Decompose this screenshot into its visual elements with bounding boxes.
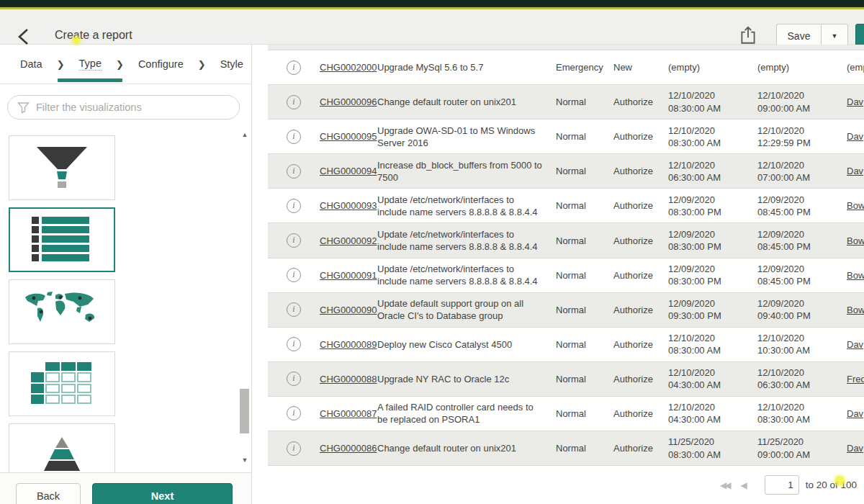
info-icon[interactable]: i	[287, 233, 301, 248]
row-assignee-link[interactable]: Bow	[847, 305, 864, 315]
filter-funnel-icon	[17, 102, 30, 114]
first-page-icon[interactable]: ◀◀	[720, 480, 729, 490]
row-assignee-link[interactable]: Fred	[847, 374, 864, 384]
change-number-link[interactable]: CHG0000088	[320, 374, 377, 384]
info-icon[interactable]: i	[287, 268, 301, 282]
pivot-table-icon	[31, 362, 93, 405]
viz-list-thumbnail[interactable]	[9, 207, 115, 272]
info-icon[interactable]: i	[287, 337, 301, 351]
row-assignee-link[interactable]: Dav	[847, 166, 864, 176]
report-type-panel: Data❯Type❯Configure❯Style	[0, 45, 252, 504]
info-icon[interactable]: i	[287, 441, 301, 456]
breadcrumb-step-style[interactable]: Style	[220, 58, 243, 70]
row-assignee-link[interactable]: Bow	[847, 200, 864, 211]
row-description: Upgrade MySql 5.6 to 5.7	[377, 61, 556, 73]
change-number-link[interactable]: CHG0000095	[320, 131, 377, 142]
row-assignee-link[interactable]: Dav	[847, 443, 864, 454]
row-start-date: 12/09/2020 08:30:00 PM	[668, 194, 757, 218]
top-dark-bar	[0, 0, 864, 7]
info-icon[interactable]: i	[287, 302, 301, 317]
row-state: Authorize	[613, 270, 668, 281]
row-priority: Normal	[556, 200, 613, 211]
breadcrumb-step-type[interactable]: Type	[79, 58, 102, 71]
row-priority: Emergency	[556, 62, 613, 73]
scroll-up-icon[interactable]: ▲	[240, 130, 250, 140]
row-state: Authorize	[613, 131, 668, 142]
change-number-link[interactable]: CHG0000089	[320, 339, 377, 350]
row-priority: Normal	[556, 443, 613, 454]
change-number-link[interactable]: CHG0000087	[320, 408, 377, 419]
visualization-list: ▲ ▼	[0, 124, 251, 472]
panel-scrollbar-thumb[interactable]	[240, 389, 249, 433]
info-icon[interactable]: i	[287, 95, 301, 109]
breadcrumb-step-configure[interactable]: Configure	[138, 58, 184, 70]
row-end-date: 12/09/2020 08:45:00 PM	[757, 263, 847, 287]
share-icon[interactable]	[739, 25, 757, 45]
list-icon	[32, 217, 92, 263]
row-state: Authorize	[613, 96, 668, 107]
row-start-date: 12/10/2020 04:30:00 AM	[668, 401, 757, 426]
row-assignee-link[interactable]: Dav	[847, 339, 864, 350]
panel-footer: Back Next	[0, 472, 251, 504]
page-title: Create a report	[55, 29, 132, 42]
row-info-cell: i	[268, 130, 320, 144]
row-description: Update /etc/network/interfaces to includ…	[377, 263, 556, 287]
info-icon[interactable]: i	[287, 372, 301, 386]
row-end-date: 12/10/2020 09:00:00 AM	[757, 89, 847, 114]
row-end-date: 12/10/2020 10:30:00 AM	[757, 332, 847, 356]
table-row: i CHG0000089 Deploy new Cisco Catalyst 4…	[268, 328, 864, 362]
change-number-link[interactable]: CHG0000090	[320, 305, 377, 315]
page-number-input[interactable]	[765, 475, 799, 495]
viz-world-map-thumbnail[interactable]	[9, 279, 115, 344]
row-description: Update /etc/network/interfaces to includ…	[377, 228, 556, 253]
row-info-cell: i	[268, 199, 320, 213]
report-table-body: i CHG0002000 Upgrade MySql 5.6 to 5.7 Em…	[268, 50, 864, 466]
row-assignee-link[interactable]: Dav	[847, 408, 864, 419]
row-info-cell: i	[268, 60, 320, 75]
row-priority: Normal	[556, 408, 613, 419]
info-icon[interactable]: i	[287, 130, 301, 144]
row-assignee-link[interactable]: Bow	[847, 270, 864, 281]
viz-pivot-table-thumbnail[interactable]	[9, 351, 115, 416]
change-number-link[interactable]: CHG0000096	[320, 96, 377, 107]
change-number-link[interactable]: CHG0000086	[320, 443, 377, 454]
change-number-link[interactable]: CHG0002000	[320, 62, 377, 73]
viz-pyramid-thumbnail[interactable]	[9, 423, 115, 472]
create-report-screen: Create a report Save ▼ Data❯Type❯Configu…	[0, 0, 864, 504]
info-icon[interactable]: i	[287, 164, 301, 179]
change-number-link[interactable]: CHG0000092	[320, 235, 377, 246]
back-icon[interactable]	[14, 27, 35, 47]
info-icon[interactable]: i	[287, 406, 301, 420]
row-number-cell: CHG0000089	[320, 339, 377, 350]
table-row: i CHG0000086 Change default router on un…	[268, 431, 864, 466]
row-info-cell: i	[268, 302, 320, 317]
row-number-cell: CHG0002000	[320, 62, 377, 73]
change-number-link[interactable]: CHG0000091	[320, 270, 377, 281]
row-priority: Normal	[556, 305, 613, 315]
viz-funnel-chart-thumbnail[interactable]	[9, 135, 115, 200]
row-assignee-link[interactable]: Bow	[847, 235, 864, 246]
info-icon[interactable]: i	[287, 199, 301, 213]
table-row: i CHG0000091 Update /etc/network/interfa…	[268, 258, 864, 293]
breadcrumb-step-data[interactable]: Data	[20, 58, 42, 70]
filter-visualizations-input[interactable]	[36, 102, 239, 113]
table-row: i CHG0000095 Upgrade OWA-SD-01 to MS Win…	[268, 120, 864, 154]
row-end-date: 12/10/2020 08:30:00 AM	[757, 401, 847, 426]
change-number-link[interactable]: CHG0000094	[320, 166, 377, 176]
pyramid-icon	[36, 436, 88, 472]
change-number-link[interactable]: CHG0000093	[320, 200, 377, 211]
previous-page-icon[interactable]: ◀	[740, 480, 747, 490]
row-end-date: 12/10/2020 07:00:00 AM	[757, 159, 847, 184]
row-assignee-link[interactable]: Dav	[847, 96, 864, 107]
row-assignee-link[interactable]: Dav	[847, 131, 864, 142]
back-button[interactable]: Back	[16, 483, 81, 504]
next-button[interactable]: Next	[92, 483, 233, 504]
row-number-cell: CHG0000090	[320, 305, 377, 315]
row-number-cell: CHG0000088	[320, 374, 377, 384]
scroll-down-icon[interactable]: ▼	[240, 455, 250, 465]
row-description: Update /etc/network/interfaces to includ…	[377, 194, 556, 218]
row-priority: Normal	[556, 131, 613, 142]
row-end-date: 12/10/2020 12:29:59 PM	[757, 125, 847, 149]
row-state: Authorize	[613, 200, 668, 211]
info-icon[interactable]: i	[287, 60, 301, 75]
